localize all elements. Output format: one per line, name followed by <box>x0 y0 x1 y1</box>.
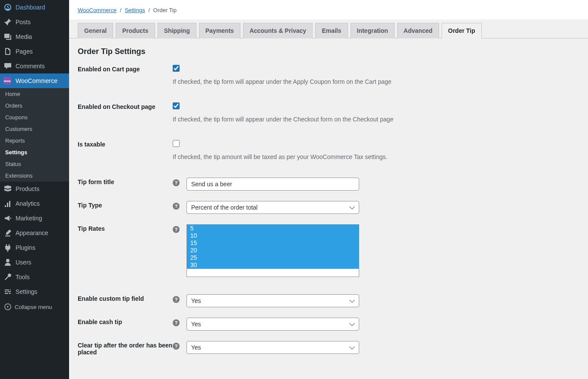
sidebar-item-marketing[interactable]: Marketing <box>0 211 69 226</box>
help-icon[interactable] <box>173 319 180 326</box>
plugin-icon <box>3 243 12 252</box>
label-form-title: Tip form title <box>78 178 173 185</box>
breadcrumb-settings-link[interactable]: Settings <box>125 7 145 13</box>
user-icon <box>3 258 12 267</box>
page-title: Order Tip Settings <box>78 47 579 56</box>
products-icon <box>3 185 12 193</box>
help-icon[interactable] <box>173 179 180 186</box>
sidebar-item-posts[interactable]: Posts <box>0 15 69 29</box>
label-tip-type: Tip Type <box>78 201 173 209</box>
label-tip-rates: Tip Rates <box>78 224 173 232</box>
menu-label: Comments <box>16 63 45 70</box>
custom-tip-select[interactable]: Yes <box>187 294 359 307</box>
breadcrumb-woocommerce-link[interactable]: WooCommerce <box>78 7 117 13</box>
pages-icon <box>3 47 12 56</box>
tip-type-select[interactable]: Percent of the order total <box>187 201 359 214</box>
active-arrow-icon <box>66 77 73 84</box>
sidebar-item-comments[interactable]: Comments <box>0 59 69 73</box>
tip-rates-multiselect[interactable]: 5 10 15 20 25 30 <box>187 224 359 277</box>
submenu-customers[interactable]: Customers <box>0 123 69 135</box>
help-icon[interactable] <box>173 203 180 210</box>
sidebar-item-products[interactable]: Products <box>0 182 69 196</box>
menu-label: Tools <box>16 274 30 280</box>
menu-label: Media <box>16 33 32 40</box>
tip-rate-option[interactable]: 25 <box>187 254 359 261</box>
tab-accounts[interactable]: Accounts & Privacy <box>243 23 313 38</box>
tab-order-tip[interactable]: Order Tip <box>442 23 482 38</box>
sidebar-item-tools[interactable]: Tools <box>0 270 69 284</box>
tab-shipping[interactable]: Shipping <box>158 23 196 38</box>
submenu-coupons[interactable]: Coupons <box>0 111 69 123</box>
breadcrumb-sep: / <box>149 7 150 13</box>
analytics-icon <box>3 199 12 208</box>
tab-products[interactable]: Products <box>116 23 155 38</box>
wrench-icon <box>3 273 12 281</box>
tab-payments[interactable]: Payments <box>199 23 240 38</box>
submenu-reports[interactable]: Reports <box>0 135 69 147</box>
main-content: WooCommerce / Settings / Order Tip Gener… <box>69 0 588 379</box>
sliders-icon <box>3 287 12 296</box>
enabled-checkout-checkbox[interactable] <box>173 102 180 109</box>
tab-integration[interactable]: Integration <box>351 23 395 38</box>
menu-label: Products <box>16 185 39 192</box>
submenu-orders[interactable]: Orders <box>0 100 69 111</box>
help-icon[interactable] <box>173 226 180 233</box>
menu-label: Settings <box>16 288 38 295</box>
breadcrumb-current: Order Tip <box>153 7 177 13</box>
collapse-menu-button[interactable]: Collapse menu <box>0 299 69 315</box>
collapse-label: Collapse menu <box>15 304 52 310</box>
settings-tabs: General Products Shipping Payments Accou… <box>69 19 588 38</box>
enabled-checkout-desc: If checked, the tip form will appear und… <box>173 116 579 123</box>
sidebar-item-appearance[interactable]: Appearance <box>0 226 69 240</box>
menu-label: Marketing <box>16 215 42 222</box>
menu-label: Analytics <box>16 200 40 207</box>
menu-label: Posts <box>16 19 31 25</box>
form-title-input[interactable] <box>187 178 359 191</box>
brush-icon <box>3 229 12 237</box>
sidebar-item-plugins[interactable]: Plugins <box>0 240 69 255</box>
enabled-cart-desc: If checked, the tip form will appear und… <box>173 78 579 85</box>
is-taxable-desc: If checked, the tip amount will be taxed… <box>173 153 579 160</box>
help-icon[interactable] <box>173 343 180 350</box>
sidebar-item-pages[interactable]: Pages <box>0 44 69 59</box>
tab-advanced[interactable]: Advanced <box>397 23 439 38</box>
media-icon <box>3 32 12 41</box>
sidebar-item-media[interactable]: Media <box>0 29 69 44</box>
tip-rate-option[interactable]: 15 <box>187 239 359 247</box>
help-icon[interactable] <box>173 296 180 303</box>
label-clear-tip: Clear tip after the order has been place… <box>78 341 173 356</box>
tab-general[interactable]: General <box>78 23 113 38</box>
submenu-status[interactable]: Status <box>0 158 69 170</box>
megaphone-icon <box>3 214 12 223</box>
submenu-extensions[interactable]: Extensions <box>0 170 69 182</box>
woocommerce-submenu: Home Orders Coupons Customers Reports Se… <box>0 88 69 182</box>
label-custom-tip: Enable custom tip field <box>78 294 173 302</box>
submenu-settings[interactable]: Settings <box>0 147 69 158</box>
submenu-home[interactable]: Home <box>0 88 69 100</box>
collapse-icon <box>3 303 12 311</box>
tip-rate-option[interactable]: 10 <box>187 232 359 239</box>
menu-label: Pages <box>16 48 33 55</box>
menu-label: Dashboard <box>16 4 45 11</box>
label-enabled-cart: Enabled on Cart page <box>78 65 173 73</box>
breadcrumb-sep: / <box>120 7 122 13</box>
label-is-taxable: Is taxable <box>78 140 173 148</box>
sidebar-item-settings[interactable]: Settings <box>0 284 69 299</box>
clear-tip-select[interactable]: Yes <box>187 341 359 354</box>
tab-emails[interactable]: Emails <box>315 23 348 38</box>
tip-rate-option[interactable]: 20 <box>187 247 359 254</box>
menu-label: WooCommerce <box>16 77 57 84</box>
is-taxable-checkbox[interactable] <box>173 140 180 147</box>
sidebar-item-woocommerce[interactable]: woo WooCommerce <box>0 73 69 88</box>
sidebar-item-users[interactable]: Users <box>0 255 69 270</box>
menu-label: Plugins <box>16 244 35 251</box>
sidebar-item-dashboard[interactable]: Dashboard <box>0 0 69 15</box>
label-enabled-checkout: Enabled on Checkout page <box>78 102 173 110</box>
admin-sidebar: Dashboard Posts Media Pages Comments woo… <box>0 0 69 379</box>
sidebar-item-analytics[interactable]: Analytics <box>0 196 69 211</box>
tip-rate-option[interactable]: 5 <box>187 225 359 232</box>
dashboard-icon <box>3 3 12 12</box>
enabled-cart-checkbox[interactable] <box>173 65 180 72</box>
cash-tip-select[interactable]: Yes <box>187 318 359 331</box>
tip-rate-option[interactable]: 30 <box>187 261 359 269</box>
